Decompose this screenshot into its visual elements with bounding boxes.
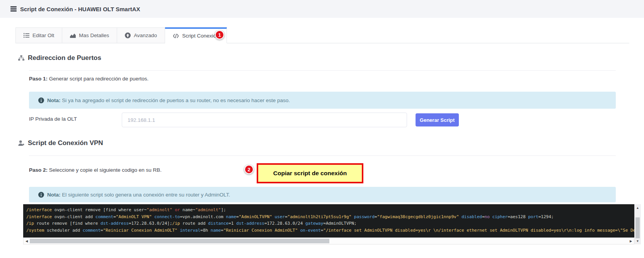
section-title-redireccion: Redireccion de Puertos [18,54,101,62]
code-token: "AdminOLT VPN" [116,214,152,219]
section-title-text: Script de Conexión VPN [28,139,103,147]
code-token: =vpn.adminolt.com [180,214,226,219]
code-token: = [285,214,288,219]
code-token: /interface [26,214,55,219]
page-header: Script de Conexión - HUAWEI OLT SmartAX [0,0,644,18]
note-text: Nota: Si ya ha agregado el script de red… [47,97,290,103]
paso-1-desc: Generar script para redirección de puert… [48,76,148,82]
note-alert-1: Nota: Si ya ha agregado el script de red… [29,92,616,109]
code-icon [173,34,179,38]
code-token: "fagwimaq38cgecgdblz0jgic1nnp9v" [377,214,459,219]
code-token: or [175,207,180,212]
code-token: scheduler add [47,228,83,233]
generar-script-button[interactable]: Generar Script [416,113,459,126]
code-token: disabled [462,214,482,219]
horizontal-scrollbar-thumb[interactable] [30,239,329,243]
code-token: /system [26,228,47,233]
code-token: "adminolt" [195,207,221,212]
scroll-right-arrow-icon[interactable]: ▶ [628,238,634,244]
list-icon [24,33,29,38]
code-token: /interface [26,207,55,212]
ip-privada-input[interactable] [122,113,407,127]
tab-editar-olt[interactable]: Editar Olt [15,27,62,43]
code-token: =172.28.63.0/24 [264,221,305,226]
chart-area-icon [70,33,76,38]
code-token: = [236,214,239,219]
paso-2-text: Paso 2: Seleccione y copie el siguiente … [29,167,162,173]
scroll-up-arrow-icon[interactable]: ▲ [634,205,641,210]
note-alert-2: Nota: El siguiente script solo genera un… [29,187,616,202]
ip-privada-label: IP Privada de la OLT [29,116,77,122]
code-token: "Reiniciar Conexion AdminOLT" [223,228,298,233]
copiar-script-callout[interactable]: Copiar script de conexión [257,163,363,183]
page-title: Script de Conexión - HUAWEI OLT SmartAX [20,6,140,12]
code-token: route remove [find where [37,221,101,226]
code-token: no [485,214,490,219]
code-token: connect-to [154,214,180,219]
code-token: "adminolt1h2ti7pt5su1r9g" [288,214,352,219]
code-token: user [274,214,285,219]
code-line: /interface ovpn-client remove [find wher… [26,207,634,214]
divider [29,70,616,71]
paso-1-text: Paso 1: Generar script para redirección … [29,76,148,82]
code-token: =AdminOLTVPN; [323,221,356,226]
section-title-text: Redireccion de Puertos [28,54,101,62]
code-token: dst-address [236,221,264,226]
code-token: /ip [172,221,183,226]
code-token: route add [182,221,208,226]
tab-mas-detalles[interactable]: Mas Detalles [62,27,117,43]
code-token: name~ [180,207,195,212]
code-token: ]; [221,207,226,212]
paso-2-desc: Seleccione y copie el siguiente codigo e… [48,167,162,173]
note-body: El siguiente script solo genera una cone… [61,192,230,198]
code-token: = [482,214,485,219]
note-label: Nota: [47,192,61,198]
code-token: "AdminOLTVPN" [239,214,272,219]
user-icon [18,140,24,146]
code-token: comment [95,214,113,219]
code-token: password [354,214,375,219]
arrow-circle-up-icon [125,32,131,38]
note-body: Si ya ha agregado el script de redirecci… [61,97,290,103]
paso-2-label: Paso 2: [29,167,48,173]
section-title-vpn: Script de Conexión VPN [18,139,103,147]
tab-label: Mas Detalles [79,32,109,38]
code-block[interactable]: /interface ovpn-client remove [find wher… [23,204,634,237]
note-label: Nota: [47,97,61,103]
annotation-badge-1: 1 [215,30,224,39]
code-token: = [113,214,116,219]
vertical-scrollbar-thumb[interactable] [635,217,640,238]
code-token [351,214,354,219]
code-token [298,228,300,233]
tab-label: Avanzado [134,32,157,38]
code-token: /ip [26,221,37,226]
scroll-left-arrow-icon[interactable]: ◀ [24,238,30,244]
code-token: dst-address [101,221,129,226]
code-token: port [528,214,538,219]
tab-label: Editar Olt [32,32,54,38]
code-line: /system scheduler add comment="Reiniciar… [26,227,634,234]
annotation-badge-2: 2 [244,165,254,174]
code-token: "adminolt" [147,207,172,212]
tab-label: Script Conexión [182,33,219,39]
paso-1-label: Paso 1: [29,76,48,82]
code-token: =1 [228,221,236,226]
code-token: = [221,228,223,233]
divider [29,155,616,156]
code-token: on-event [300,228,321,233]
code-token: comment [83,228,101,233]
code-token: "Reiniciar Conexion AdminOLT" [103,228,177,233]
horizontal-scrollbar[interactable]: ◀ ▶ [23,237,634,244]
code-token: =aes128 [508,214,528,219]
code-token: = [101,228,103,233]
code-token: name [226,214,237,219]
code-token: gateway [305,221,323,226]
code-line: /ip route remove [find where dst-address… [26,220,634,227]
code-token: =8h [200,228,211,233]
vertical-scrollbar[interactable]: ▲ ▼ [634,204,641,244]
code-token: =1294; [538,214,554,219]
code-token [459,214,462,219]
scroll-down-arrow-icon[interactable]: ▼ [634,238,641,244]
code-line: /interface ovpn-client add comment="Admi… [26,214,634,220]
tab-avanzado[interactable]: Avanzado [117,27,165,43]
